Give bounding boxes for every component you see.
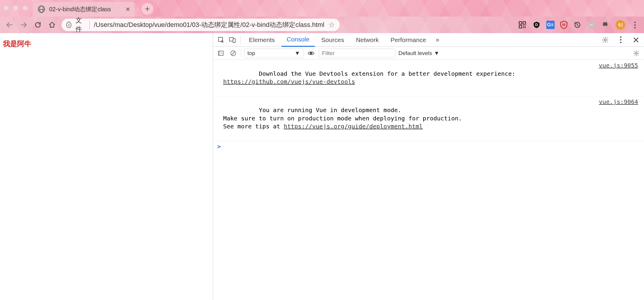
svg-rect-13 (233, 39, 235, 43)
browser-tab[interactable]: 02-v-bind动态绑定class (33, 2, 135, 17)
svg-text:UC: UC (589, 23, 594, 27)
devtools-settings-icon[interactable] (600, 35, 610, 45)
main-area: 我是阿牛 Elements Console Sources Network Pe… (0, 33, 644, 300)
log-link[interactable]: https://github.com/vuejs/vue-devtools (223, 78, 355, 85)
devtools-menu-icon[interactable] (616, 35, 626, 45)
svg-rect-3 (523, 25, 524, 26)
globe-icon (38, 6, 45, 13)
svg-rect-1 (523, 22, 526, 24)
devtools-tabbar: Elements Console Sources Network Perform… (213, 33, 644, 47)
svg-point-19 (635, 52, 637, 54)
devtools-close-icon[interactable] (631, 35, 641, 45)
profile-avatar[interactable]: 钊 (616, 20, 625, 30)
window-controls (4, 5, 28, 11)
log-link[interactable]: https://vuejs.org/guide/deployment.html (284, 123, 423, 130)
extensions-area: D G文 M UC 钊 (518, 20, 640, 30)
new-tab-button[interactable]: + (141, 3, 153, 15)
log-source-link[interactable]: vue.js:9055 (599, 62, 638, 94)
window-minimize-button[interactable] (13, 5, 18, 11)
tab-network[interactable]: Network (351, 33, 384, 47)
tab-performance[interactable]: Performance (385, 33, 432, 47)
divider (89, 21, 90, 29)
window-maximize-button[interactable] (22, 5, 28, 11)
svg-text:M: M (562, 22, 566, 27)
site-info-icon[interactable]: i (66, 22, 71, 28)
svg-rect-6 (525, 27, 526, 28)
more-tabs-icon[interactable]: » (433, 36, 442, 44)
levels-label: Default levels (398, 50, 432, 57)
extension-ublock-icon[interactable]: D (532, 20, 541, 29)
svg-rect-2 (519, 25, 522, 28)
extensions-puzzle-icon[interactable] (601, 20, 610, 29)
svg-text:D: D (535, 22, 538, 27)
svg-rect-0 (519, 22, 522, 24)
address-bar[interactable]: i 文件 /Users/mac/Desktop/vue/demo01/03-动态… (62, 19, 340, 31)
back-button[interactable] (4, 19, 15, 31)
rendered-page: 我是阿牛 (0, 33, 213, 300)
google-translate-icon[interactable]: G文 (546, 21, 555, 29)
window-close-button[interactable] (4, 5, 9, 11)
console-output[interactable]: Download the Vue Devtools extension for … (213, 60, 644, 300)
tab-console[interactable]: Console (281, 33, 315, 47)
chrome-menu-button[interactable] (630, 20, 639, 29)
url-scheme: 文件 (75, 16, 85, 34)
context-label: top (247, 50, 255, 57)
console-log-entry: Download the Vue Devtools extension for … (213, 60, 644, 96)
reload-button[interactable] (32, 19, 44, 31)
console-log-entry: You are running Vue in development mode.… (213, 96, 644, 141)
mcafee-shield-icon[interactable]: M (560, 21, 568, 29)
history-icon[interactable] (573, 20, 582, 29)
log-levels-select[interactable]: Default levels ▼ (398, 50, 439, 57)
log-text: Download the Vue Devtools extension for … (259, 70, 515, 77)
clear-console-icon[interactable] (228, 49, 238, 58)
forward-button[interactable] (18, 19, 30, 31)
home-button[interactable] (46, 19, 58, 31)
svg-point-14 (604, 39, 606, 41)
tab-close-button[interactable] (124, 6, 131, 13)
device-toolbar-icon[interactable] (227, 35, 237, 45)
qr-code-icon[interactable] (518, 20, 527, 29)
browser-toolbar: i 文件 /Users/mac/Desktop/vue/demo01/03-动态… (0, 17, 644, 33)
extension-grey-icon[interactable]: UC (587, 20, 596, 29)
tab-title: 02-v-bind动态绑定class (49, 5, 120, 13)
console-prompt[interactable]: > (213, 141, 644, 153)
console-settings-icon[interactable] (632, 49, 641, 58)
chevron-down-icon: ▼ (294, 50, 300, 57)
url-path: /Users/mac/Desktop/vue/demo01/03-动态绑定属性/… (94, 20, 324, 29)
live-expression-icon[interactable] (306, 49, 316, 58)
svg-point-18 (310, 52, 312, 54)
console-toolbar: top ▼ Default levels ▼ (213, 47, 644, 60)
inspect-element-icon[interactable] (216, 35, 226, 45)
devtools-panel: Elements Console Sources Network Perform… (213, 33, 644, 300)
log-source-link[interactable]: vue.js:9064 (599, 98, 638, 139)
svg-rect-16 (218, 51, 220, 55)
console-sidebar-toggle-icon[interactable] (216, 49, 226, 58)
page-body-text: 我是阿牛 (3, 39, 210, 49)
tab-elements[interactable]: Elements (244, 33, 280, 47)
execution-context-select[interactable]: top ▼ (244, 49, 303, 58)
svg-rect-4 (525, 25, 526, 26)
chevron-down-icon: ▼ (434, 50, 439, 57)
svg-rect-5 (523, 27, 524, 28)
window-titlebar: 02-v-bind动态绑定class + (0, 0, 644, 17)
console-filter-input[interactable] (319, 49, 395, 58)
tab-sources[interactable]: Sources (316, 33, 350, 47)
bookmark-star-icon[interactable]: ☆ (329, 21, 335, 29)
